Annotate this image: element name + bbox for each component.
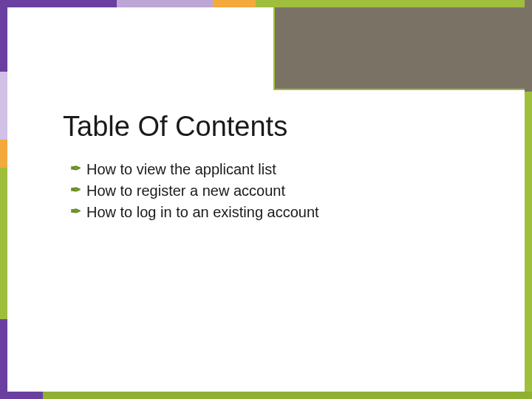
title-placeholder-box (273, 7, 525, 90)
border-right-decoration (525, 0, 532, 399)
toc-item: ✒ How to view the applicant list (70, 159, 488, 180)
slide: Table Of Contents ✒ How to view the appl… (0, 0, 532, 399)
toc-list: ✒ How to view the applicant list ✒ How t… (63, 159, 488, 223)
bullet-icon: ✒ (70, 180, 86, 200)
border-bottom-decoration (0, 392, 532, 399)
page-title: Table Of Contents (63, 111, 488, 143)
border-top-decoration (0, 0, 532, 7)
border-left-decoration (0, 0, 7, 399)
toc-item: ✒ How to register a new account (70, 180, 488, 202)
toc-item-text: How to register a new account (86, 180, 285, 202)
toc-item-text: How to view the applicant list (86, 159, 276, 180)
toc-item-text: How to log in to an existing account (86, 202, 319, 223)
content-area: Table Of Contents ✒ How to view the appl… (63, 111, 488, 223)
bullet-icon: ✒ (70, 202, 86, 222)
bullet-icon: ✒ (70, 159, 86, 179)
toc-item: ✒ How to log in to an existing account (70, 202, 488, 223)
